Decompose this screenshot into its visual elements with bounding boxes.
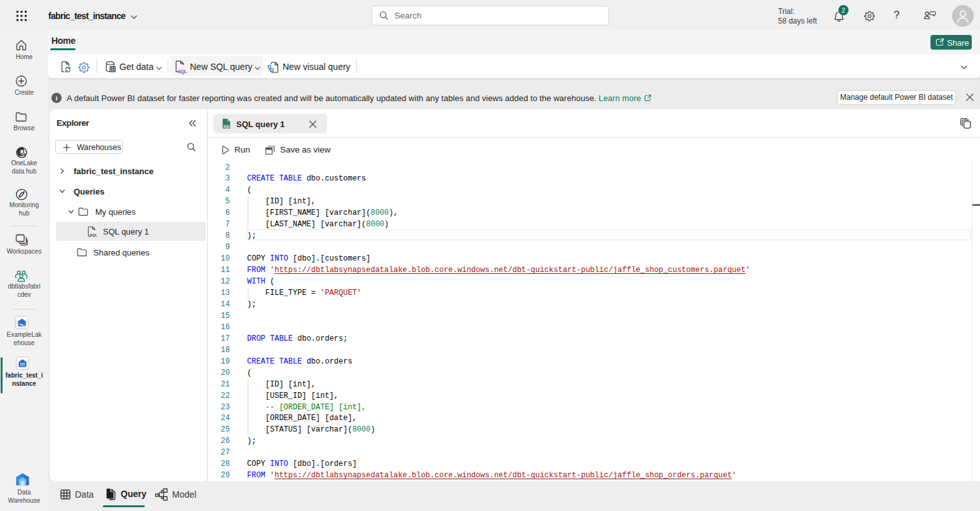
svg-text:SQL: SQL bbox=[178, 69, 187, 74]
svg-text:SQL: SQL bbox=[90, 233, 98, 237]
svg-text:SQL: SQL bbox=[223, 125, 231, 128]
